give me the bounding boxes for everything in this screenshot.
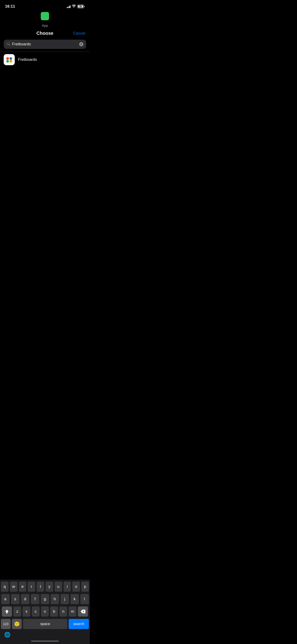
battery-tip — [84, 6, 85, 7]
status-time: 16:11 — [5, 4, 15, 9]
clear-search-button[interactable] — [79, 42, 83, 46]
app-dot — [41, 12, 49, 20]
svg-point-3 — [10, 57, 12, 60]
svg-point-2 — [6, 57, 9, 60]
svg-point-4 — [6, 60, 9, 63]
search-icon — [6, 42, 10, 46]
search-bar — [4, 40, 86, 49]
search-input[interactable] — [12, 42, 77, 46]
app-icon-fretboards — [4, 54, 15, 65]
app-item-fretboards[interactable]: Fretboards — [0, 52, 90, 68]
svg-point-5 — [10, 60, 12, 63]
search-bar-container — [0, 40, 90, 52]
battery-icon: 99 — [77, 4, 84, 8]
app-name-fretboards: Fretboards — [18, 57, 37, 62]
modal-title: Choose — [36, 31, 53, 36]
wifi-icon — [72, 4, 76, 8]
svg-rect-1 — [4, 54, 15, 65]
modal-label: App — [0, 22, 90, 28]
signal-icon — [67, 5, 71, 8]
status-icons: 99 — [67, 4, 85, 8]
app-list: Fretboards — [0, 52, 90, 68]
cancel-button[interactable]: Cancel — [73, 31, 85, 36]
green-dot-row — [0, 12, 90, 22]
status-bar: 16:11 99 — [0, 0, 90, 12]
modal-header: Choose Cancel — [0, 28, 90, 40]
battery-container: 99 — [77, 4, 85, 8]
